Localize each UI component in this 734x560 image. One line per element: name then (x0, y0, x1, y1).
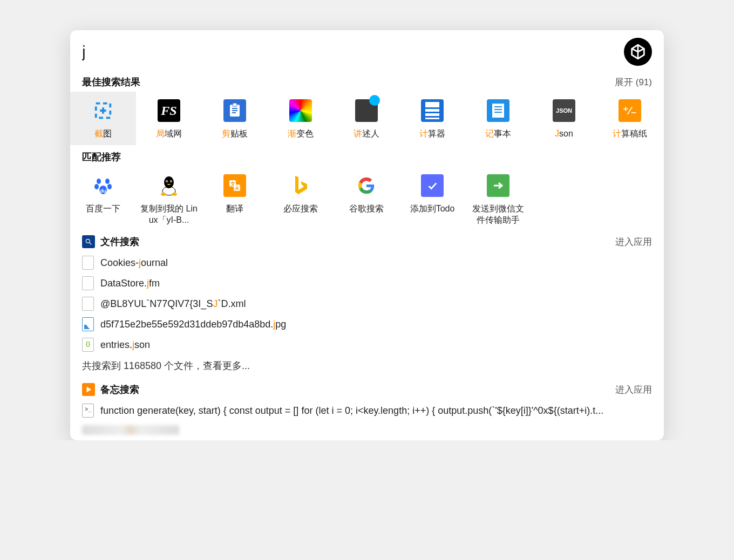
file-name: Cookies-journal (100, 257, 168, 269)
best-result-item[interactable]: 记事本 (465, 92, 531, 145)
recommend-item[interactable]: 复制到我的 Linux「yI-B... (136, 167, 202, 231)
recommend-item[interactable]: 发送到微信文件传输助手 (465, 167, 531, 231)
file-result-row[interactable]: entries.json (82, 334, 652, 355)
svg-text:A: A (235, 186, 239, 191)
recommend-label: 添加到Todo (403, 203, 462, 215)
best-result-item[interactable]: 计算器 (399, 92, 465, 145)
best-results-grid: 截图FS局域网剪贴板渐变色讲述人计算器记事本JSONJson⁺∕₋计算稿纸 (70, 92, 664, 145)
recommend-item[interactable]: du百度一下 (70, 167, 136, 231)
file-search-list: Cookies-journalDataStore.jfm@BL8YUL`N77Q… (70, 252, 664, 355)
memo-search-header: 备忘搜索 进入应用 (70, 379, 664, 400)
file-name: @BL8YUL`N77QIV7{3I_SJ`D.xml (100, 298, 246, 310)
recommend-label: 发送到微信文件传输助手 (468, 203, 528, 226)
svg-rect-8 (492, 104, 504, 118)
recommend-grid: du百度一下复制到我的 Linux「yI-B...文A翻译必应搜索谷歌搜索添加到… (70, 167, 664, 231)
best-results-title: 最佳搜索结果 (82, 76, 140, 88)
file-icon (82, 256, 94, 270)
best-results-header: 最佳搜索结果 展开 (91) (70, 70, 664, 92)
svg-line-31 (90, 243, 92, 245)
best-result-label: 记事本 (468, 128, 528, 140)
svg-point-23 (161, 193, 166, 196)
enter-memo-app[interactable]: 进入应用 (615, 384, 652, 396)
best-result-label: 讲述人 (337, 128, 396, 140)
file-name: d5f715e2be55e592d31ddeb97db4a8bd.jpg (100, 319, 286, 330)
recommend-label: 百度一下 (73, 203, 133, 215)
svg-point-30 (86, 240, 90, 243)
best-result-item[interactable]: 剪贴板 (202, 92, 268, 145)
recommend-item[interactable]: 必应搜索 (268, 167, 334, 231)
svg-point-14 (94, 184, 99, 189)
file-result-row[interactable]: DataStore.jfm (82, 273, 652, 293)
file-search-header: 文件搜索 进入应用 (70, 231, 664, 252)
svg-point-18 (164, 176, 174, 188)
search-input[interactable] (82, 43, 624, 61)
best-result-label: 计算器 (403, 128, 462, 140)
recommend-label: 翻译 (205, 203, 264, 215)
best-result-label: 计算稿纸 (600, 128, 660, 140)
best-result-item[interactable]: ⁺∕₋计算稿纸 (597, 92, 663, 145)
file-icon (82, 276, 94, 290)
svg-point-12 (97, 179, 101, 184)
search-row (70, 30, 664, 70)
best-result-item[interactable]: 渐变色 (268, 92, 334, 145)
file-name: entries.json (100, 339, 150, 351)
file-result-row[interactable]: d5f715e2be55e592d31ddeb97db4a8bd.jpg (82, 314, 652, 334)
svg-text:du: du (100, 188, 106, 194)
file-result-row[interactable]: @BL8YUL`N77QIV7{3I_SJ`D.xml (82, 293, 652, 314)
svg-marker-32 (87, 387, 92, 393)
file-result-row[interactable]: Cookies-journal (82, 252, 652, 273)
svg-point-24 (172, 193, 177, 196)
search-icon (82, 235, 95, 248)
file-icon (82, 297, 94, 311)
recommend-label: 必应搜索 (271, 203, 330, 215)
file-icon (82, 317, 94, 331)
recommend-item[interactable]: 添加到Todo (399, 167, 465, 231)
svg-point-13 (105, 179, 110, 184)
memo-search-title: 备忘搜索 (100, 383, 615, 396)
best-result-item[interactable]: JSONJson (531, 92, 597, 145)
app-logo-icon (624, 38, 652, 66)
best-result-label: 截图 (73, 128, 133, 140)
svg-point-21 (166, 181, 167, 182)
best-result-label: Json (534, 128, 594, 140)
memo-icon (82, 383, 95, 396)
recommend-label: 谷歌搜索 (337, 203, 396, 215)
svg-point-15 (107, 184, 112, 189)
launcher-window: 最佳搜索结果 展开 (91) 截图FS局域网剪贴板渐变色讲述人计算器记事本JSO… (70, 30, 664, 440)
file-name: DataStore.jfm (100, 278, 160, 289)
expand-best-results[interactable]: 展开 (91) (615, 76, 652, 88)
best-result-item[interactable]: 讲述人 (334, 92, 399, 145)
recommend-item[interactable]: 谷歌搜索 (334, 167, 399, 231)
best-result-label: 剪贴板 (205, 128, 264, 140)
file-search-title: 文件搜索 (100, 235, 615, 248)
recommend-item[interactable]: 文A翻译 (202, 167, 268, 231)
memo-result-row[interactable]: function generate(key, start) { const ou… (70, 400, 664, 425)
recommend-label: 复制到我的 Linux「yI-B... (139, 203, 199, 226)
footer-blur (82, 425, 179, 435)
recommend-header: 匹配推荐 (70, 145, 664, 167)
file-icon (82, 338, 94, 352)
best-result-label: 局域网 (139, 128, 199, 140)
best-result-item[interactable]: 截图 (70, 92, 136, 145)
best-result-label: 渐变色 (271, 128, 330, 140)
memo-result-text: function generate(key, start) { const ou… (100, 405, 603, 416)
recommend-title: 匹配推荐 (82, 151, 121, 163)
svg-point-22 (171, 181, 172, 182)
enter-file-app[interactable]: 进入应用 (615, 236, 652, 248)
file-search-summary[interactable]: 共搜索到 1168580 个文件，查看更多... (70, 355, 664, 379)
best-result-item[interactable]: FS局域网 (136, 92, 202, 145)
svg-rect-4 (233, 103, 237, 106)
code-icon (82, 404, 94, 418)
